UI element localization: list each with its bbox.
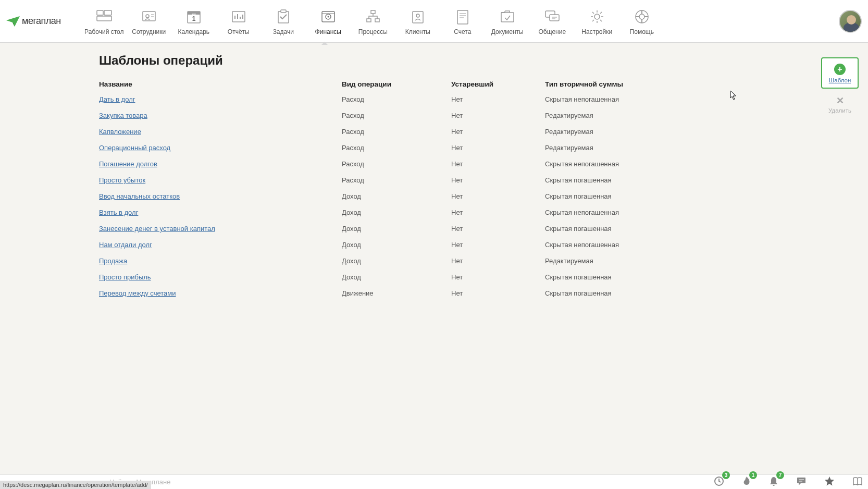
nav-label: Клиенты xyxy=(405,28,430,35)
delete-button[interactable]: ✕ Удалить xyxy=(828,95,851,114)
paper-plane-icon xyxy=(6,16,20,27)
svg-rect-33 xyxy=(550,15,559,21)
cell-secondary: Скрытая непогашенная xyxy=(545,209,665,216)
nav-label: Настройки xyxy=(581,28,612,35)
template-link[interactable]: Перевод между счетами xyxy=(99,289,176,297)
nav-label: Финансы xyxy=(315,28,341,35)
cell-deprecated: Нет xyxy=(451,241,545,249)
col-secondary[interactable]: Тип вторичной суммы xyxy=(545,80,665,88)
table-row: Нам отдали долг Доход Нет Скрытая непога… xyxy=(99,237,667,253)
plus-icon: + xyxy=(834,64,846,75)
svg-line-42 xyxy=(600,20,602,21)
template-link[interactable]: Погашение долгов xyxy=(99,160,157,168)
template-link[interactable]: Закупка товара xyxy=(99,112,147,119)
table-row: Занесение денег в уставной капитал Доход… xyxy=(99,221,667,237)
nav-employees[interactable]: Сотрудники xyxy=(127,1,171,42)
nav-settings[interactable]: Настройки xyxy=(575,1,619,42)
nav-label: Процессы xyxy=(358,28,388,35)
svg-line-41 xyxy=(592,12,594,14)
cell-deprecated: Нет xyxy=(451,209,545,216)
cell-type: Расход xyxy=(342,160,451,168)
nav-desktop[interactable]: Рабочий стол xyxy=(82,1,127,42)
cell-deprecated: Нет xyxy=(451,95,545,103)
cell-secondary: Редактируемая xyxy=(545,112,665,119)
cell-deprecated: Нет xyxy=(451,192,545,200)
nav-processes[interactable]: Процессы xyxy=(351,1,395,42)
side-actions: + Шаблон ✕ Удалить xyxy=(820,57,860,114)
employees-icon xyxy=(140,7,158,26)
nav-label: Календарь xyxy=(178,28,209,35)
svg-rect-0 xyxy=(97,10,103,15)
table-row: Просто прибыль Доход Нет Скрытая погашен… xyxy=(99,269,667,285)
add-template-button[interactable]: + Шаблон xyxy=(821,57,859,89)
cell-type: Доход xyxy=(342,273,451,281)
cell-type: Доход xyxy=(342,192,451,200)
col-deprecated[interactable]: Устаревший xyxy=(451,80,545,88)
nav-label: Помощь xyxy=(630,28,654,35)
nav-clients[interactable]: Клиенты xyxy=(395,1,440,42)
col-name[interactable]: Название xyxy=(99,80,342,88)
processes-icon xyxy=(364,7,382,26)
accounts-icon xyxy=(453,7,472,26)
template-link[interactable]: Взять в долг xyxy=(99,209,138,216)
templates-table: Название Вид операции Устаревший Тип вто… xyxy=(99,77,667,301)
nav-label: Рабочий стол xyxy=(84,28,123,35)
template-link[interactable]: Нам отдали долг xyxy=(99,241,152,249)
svg-rect-24 xyxy=(375,19,379,22)
cell-deprecated: Нет xyxy=(451,128,545,136)
cell-type: Расход xyxy=(342,112,451,119)
template-link[interactable]: Продажа xyxy=(99,257,127,265)
cell-type: Доход xyxy=(342,209,451,216)
svg-rect-31 xyxy=(501,13,514,22)
nav-finance[interactable]: Финансы xyxy=(306,1,351,42)
cell-type: Расход xyxy=(342,144,451,152)
cell-type: Движение xyxy=(342,289,451,297)
tasks-icon xyxy=(274,7,293,26)
user-avatar[interactable] xyxy=(839,10,862,33)
nav-documents[interactable]: Документы xyxy=(485,1,530,42)
template-link[interactable]: Капвложение xyxy=(99,128,141,136)
table-row: Капвложение Расход Нет Редактируемая xyxy=(99,124,667,140)
documents-icon xyxy=(498,7,517,26)
add-template-label: Шаблон xyxy=(829,77,851,83)
svg-point-46 xyxy=(639,14,644,19)
nav-label: Документы xyxy=(491,28,524,35)
svg-line-44 xyxy=(592,20,594,21)
close-icon: ✕ xyxy=(836,95,844,106)
svg-text:1: 1 xyxy=(192,15,195,22)
table-row: Погашение долгов Расход Нет Скрытая непо… xyxy=(99,156,667,172)
nav-label: Счета xyxy=(454,28,471,35)
template-link[interactable]: Просто убыток xyxy=(99,176,145,184)
table-row: Дать в долг Расход Нет Скрытая непогашен… xyxy=(99,91,667,107)
template-link[interactable]: Операционный расход xyxy=(99,144,170,152)
nav-accounts[interactable]: Счета xyxy=(440,1,485,42)
clients-icon xyxy=(408,7,427,26)
cell-secondary: Скрытая погашенная xyxy=(545,225,665,233)
cell-deprecated: Нет xyxy=(451,160,545,168)
template-link[interactable]: Ввод начальных остатков xyxy=(99,192,180,200)
cell-type: Расход xyxy=(342,176,451,184)
cell-secondary: Скрытая непогашенная xyxy=(545,95,665,103)
svg-rect-23 xyxy=(367,19,371,22)
template-link[interactable]: Дать в долг xyxy=(99,95,135,103)
table-row: Закупка товара Расход Нет Редактируемая xyxy=(99,107,667,124)
svg-point-20 xyxy=(327,16,329,17)
svg-point-26 xyxy=(416,14,419,17)
template-link[interactable]: Просто прибыль xyxy=(99,273,151,281)
nav-help[interactable]: Помощь xyxy=(619,1,664,42)
svg-line-43 xyxy=(600,12,602,14)
help-icon xyxy=(633,7,651,26)
template-link[interactable]: Занесение денег в уставной капитал xyxy=(99,225,215,233)
col-type[interactable]: Вид операции xyxy=(342,80,451,88)
svg-rect-1 xyxy=(97,16,111,21)
cell-secondary: Скрытая погашенная xyxy=(545,176,665,184)
svg-rect-27 xyxy=(457,10,468,24)
nav-reports[interactable]: Отчёты xyxy=(216,1,261,42)
nav-tasks[interactable]: Задачи xyxy=(261,1,306,42)
app-logo[interactable]: мегаплан xyxy=(6,16,61,27)
svg-rect-22 xyxy=(371,10,375,14)
cell-type: Доход xyxy=(342,241,451,249)
nav-chat[interactable]: Общение xyxy=(530,1,575,42)
nav-calendar[interactable]: апр1Календарь xyxy=(171,1,216,42)
cell-type: Расход xyxy=(342,128,451,136)
